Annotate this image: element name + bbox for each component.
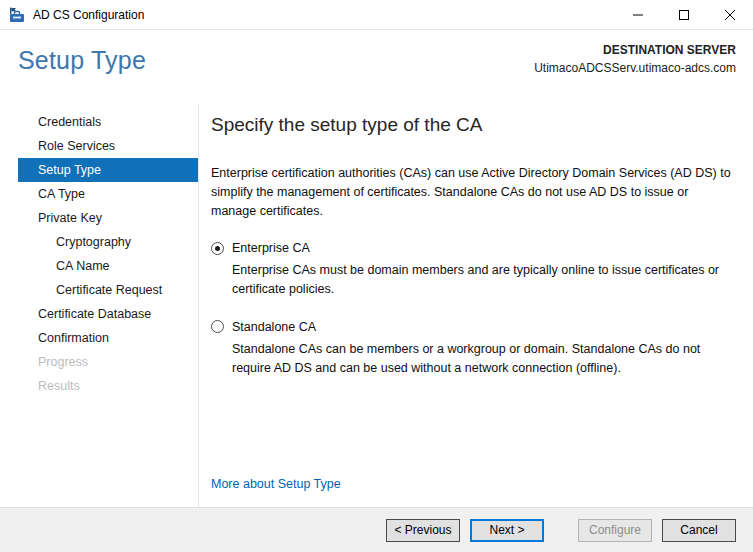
- sidebar-item-role-services[interactable]: Role Services: [18, 134, 198, 158]
- sidebar-item-credentials[interactable]: Credentials: [18, 110, 198, 134]
- sidebar-item-confirmation[interactable]: Confirmation: [18, 326, 198, 350]
- maximize-button[interactable]: [661, 0, 707, 29]
- minimize-icon: [633, 6, 643, 24]
- sidebar-item-ca-name[interactable]: CA Name: [18, 254, 198, 278]
- enterprise-ca-label: Enterprise CA: [232, 241, 310, 255]
- adcs-app-icon: [9, 7, 25, 23]
- wizard-body: Credentials Role Services Setup Type CA …: [0, 104, 753, 507]
- setup-type-page: Specify the setup type of the CA Enterpr…: [199, 104, 753, 507]
- sidebar-item-private-key[interactable]: Private Key: [18, 206, 198, 230]
- intro-text: Enterprise certification authorities (CA…: [211, 164, 735, 220]
- minimize-button[interactable]: [615, 0, 661, 29]
- sidebar-item-certificate-request[interactable]: Certificate Request: [18, 278, 198, 302]
- standalone-ca-description: Standalone CAs can be members or a workg…: [232, 340, 735, 378]
- enterprise-ca-radio-row[interactable]: Enterprise CA: [211, 241, 735, 255]
- sidebar-item-setup-type[interactable]: Setup Type: [18, 158, 198, 182]
- sidebar-item-cryptography[interactable]: Cryptography: [18, 230, 198, 254]
- sidebar-item-progress: Progress: [18, 350, 198, 374]
- maximize-icon: [679, 6, 689, 24]
- sidebar-item-certificate-database[interactable]: Certificate Database: [18, 302, 198, 326]
- enterprise-ca-description: Enterprise CAs must be domain members an…: [232, 261, 735, 299]
- content-heading: Specify the setup type of the CA: [211, 114, 735, 136]
- standalone-ca-radio-row[interactable]: Standalone CA: [211, 320, 735, 334]
- window-controls: [615, 0, 753, 29]
- wizard-footer: < Previous Next > Configure Cancel: [0, 507, 753, 552]
- destination-server-block: DESTINATION SERVER UtimacoADCSServ.utima…: [534, 43, 736, 75]
- page-title: Setup Type: [18, 46, 146, 75]
- previous-button[interactable]: < Previous: [386, 519, 460, 542]
- sidebar-item-ca-type[interactable]: CA Type: [18, 182, 198, 206]
- title-bar: AD CS Configuration: [0, 0, 753, 30]
- standalone-ca-label: Standalone CA: [232, 320, 316, 334]
- adcs-configuration-window: AD CS Configuration Setup Type DESTI: [0, 0, 753, 552]
- wizard-header: Setup Type DESTINATION SERVER UtimacoADC…: [0, 30, 753, 103]
- next-button[interactable]: Next >: [470, 519, 544, 542]
- close-icon: [725, 6, 735, 24]
- close-button[interactable]: [707, 0, 753, 29]
- radio-selected-icon[interactable]: [211, 242, 224, 255]
- sidebar-item-results: Results: [18, 374, 198, 398]
- enterprise-ca-option: Enterprise CA Enterprise CAs must be dom…: [211, 241, 735, 299]
- destination-server-name: UtimacoADCSServ.utimaco-adcs.com: [534, 61, 736, 75]
- wizard-step-list: Credentials Role Services Setup Type CA …: [0, 104, 199, 507]
- window-title: AD CS Configuration: [33, 8, 144, 22]
- destination-server-label: DESTINATION SERVER: [534, 43, 736, 57]
- more-about-setup-type-link[interactable]: More about Setup Type: [211, 477, 341, 491]
- cancel-button[interactable]: Cancel: [662, 519, 736, 542]
- standalone-ca-option: Standalone CA Standalone CAs can be memb…: [211, 320, 735, 378]
- configure-button: Configure: [578, 519, 652, 542]
- radio-unselected-icon[interactable]: [211, 320, 224, 333]
